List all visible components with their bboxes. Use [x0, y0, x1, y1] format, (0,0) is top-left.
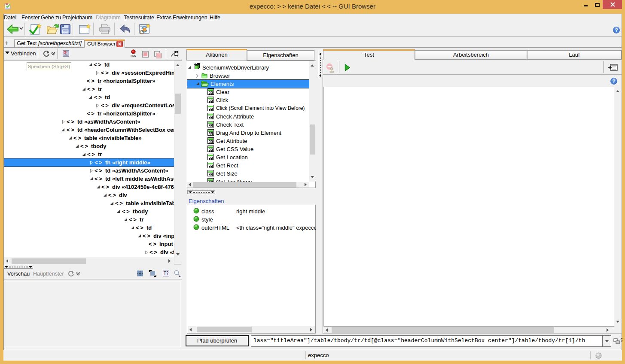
svg-text:REC: REC — [131, 55, 136, 57]
svg-text:?: ? — [620, 337, 622, 343]
svg-text:?: ? — [615, 27, 618, 33]
svg-text:?: ? — [613, 79, 616, 84]
